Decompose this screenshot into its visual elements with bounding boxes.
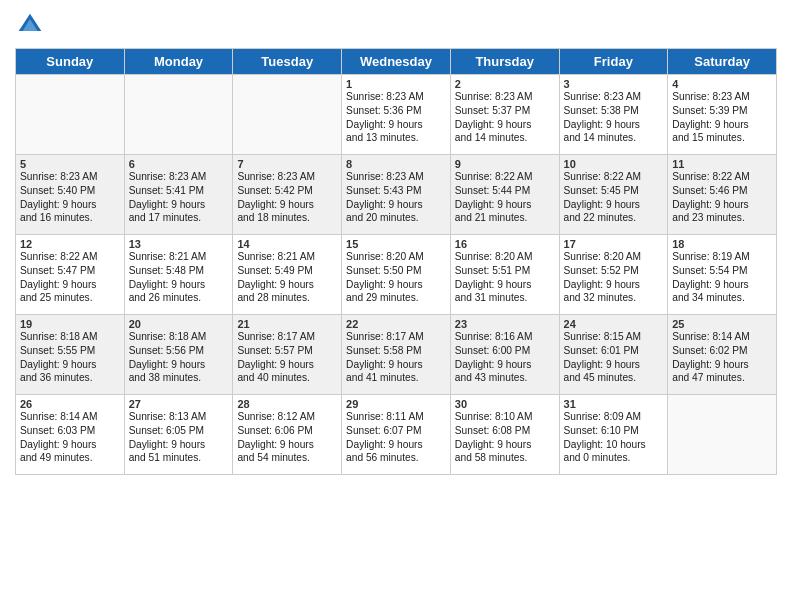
day-info: Sunrise: 8:18 AM Sunset: 5:56 PM Dayligh… — [129, 330, 229, 385]
day-info: Sunrise: 8:14 AM Sunset: 6:03 PM Dayligh… — [20, 410, 120, 465]
calendar-day: 8Sunrise: 8:23 AM Sunset: 5:43 PM Daylig… — [342, 155, 451, 235]
day-number: 19 — [20, 318, 120, 330]
logo-icon — [15, 10, 45, 40]
day-info: Sunrise: 8:20 AM Sunset: 5:51 PM Dayligh… — [455, 250, 555, 305]
day-number: 23 — [455, 318, 555, 330]
day-number: 2 — [455, 78, 555, 90]
calendar-day: 18Sunrise: 8:19 AM Sunset: 5:54 PM Dayli… — [668, 235, 777, 315]
day-info: Sunrise: 8:09 AM Sunset: 6:10 PM Dayligh… — [564, 410, 664, 465]
calendar-day: 2Sunrise: 8:23 AM Sunset: 5:37 PM Daylig… — [450, 75, 559, 155]
day-number: 10 — [564, 158, 664, 170]
calendar-day: 1Sunrise: 8:23 AM Sunset: 5:36 PM Daylig… — [342, 75, 451, 155]
calendar-day: 25Sunrise: 8:14 AM Sunset: 6:02 PM Dayli… — [668, 315, 777, 395]
calendar-day: 20Sunrise: 8:18 AM Sunset: 5:56 PM Dayli… — [124, 315, 233, 395]
day-number: 9 — [455, 158, 555, 170]
calendar-week-row: 26Sunrise: 8:14 AM Sunset: 6:03 PM Dayli… — [16, 395, 777, 475]
calendar-day: 29Sunrise: 8:11 AM Sunset: 6:07 PM Dayli… — [342, 395, 451, 475]
day-info: Sunrise: 8:13 AM Sunset: 6:05 PM Dayligh… — [129, 410, 229, 465]
page-header — [15, 10, 777, 40]
calendar-day: 11Sunrise: 8:22 AM Sunset: 5:46 PM Dayli… — [668, 155, 777, 235]
day-number: 29 — [346, 398, 446, 410]
day-info: Sunrise: 8:15 AM Sunset: 6:01 PM Dayligh… — [564, 330, 664, 385]
day-number: 18 — [672, 238, 772, 250]
calendar-empty — [233, 75, 342, 155]
calendar-day: 12Sunrise: 8:22 AM Sunset: 5:47 PM Dayli… — [16, 235, 125, 315]
day-number: 16 — [455, 238, 555, 250]
day-info: Sunrise: 8:10 AM Sunset: 6:08 PM Dayligh… — [455, 410, 555, 465]
calendar-day: 21Sunrise: 8:17 AM Sunset: 5:57 PM Dayli… — [233, 315, 342, 395]
calendar-empty — [668, 395, 777, 475]
calendar-week-row: 5Sunrise: 8:23 AM Sunset: 5:40 PM Daylig… — [16, 155, 777, 235]
day-number: 1 — [346, 78, 446, 90]
day-info: Sunrise: 8:23 AM Sunset: 5:38 PM Dayligh… — [564, 90, 664, 145]
weekday-header: Friday — [559, 49, 668, 75]
calendar-day: 19Sunrise: 8:18 AM Sunset: 5:55 PM Dayli… — [16, 315, 125, 395]
day-number: 31 — [564, 398, 664, 410]
calendar-day: 10Sunrise: 8:22 AM Sunset: 5:45 PM Dayli… — [559, 155, 668, 235]
day-info: Sunrise: 8:22 AM Sunset: 5:45 PM Dayligh… — [564, 170, 664, 225]
calendar-day: 3Sunrise: 8:23 AM Sunset: 5:38 PM Daylig… — [559, 75, 668, 155]
calendar-day: 22Sunrise: 8:17 AM Sunset: 5:58 PM Dayli… — [342, 315, 451, 395]
day-info: Sunrise: 8:23 AM Sunset: 5:41 PM Dayligh… — [129, 170, 229, 225]
calendar-table: SundayMondayTuesdayWednesdayThursdayFrid… — [15, 48, 777, 475]
weekday-header: Tuesday — [233, 49, 342, 75]
day-info: Sunrise: 8:20 AM Sunset: 5:50 PM Dayligh… — [346, 250, 446, 305]
page-container: SundayMondayTuesdayWednesdayThursdayFrid… — [0, 0, 792, 485]
calendar-day: 31Sunrise: 8:09 AM Sunset: 6:10 PM Dayli… — [559, 395, 668, 475]
day-number: 7 — [237, 158, 337, 170]
calendar-day: 14Sunrise: 8:21 AM Sunset: 5:49 PM Dayli… — [233, 235, 342, 315]
day-number: 17 — [564, 238, 664, 250]
day-info: Sunrise: 8:22 AM Sunset: 5:46 PM Dayligh… — [672, 170, 772, 225]
day-number: 25 — [672, 318, 772, 330]
day-info: Sunrise: 8:23 AM Sunset: 5:39 PM Dayligh… — [672, 90, 772, 145]
day-info: Sunrise: 8:12 AM Sunset: 6:06 PM Dayligh… — [237, 410, 337, 465]
day-info: Sunrise: 8:23 AM Sunset: 5:37 PM Dayligh… — [455, 90, 555, 145]
day-number: 12 — [20, 238, 120, 250]
day-number: 5 — [20, 158, 120, 170]
day-info: Sunrise: 8:22 AM Sunset: 5:47 PM Dayligh… — [20, 250, 120, 305]
calendar-day: 15Sunrise: 8:20 AM Sunset: 5:50 PM Dayli… — [342, 235, 451, 315]
calendar-day: 24Sunrise: 8:15 AM Sunset: 6:01 PM Dayli… — [559, 315, 668, 395]
day-number: 6 — [129, 158, 229, 170]
weekday-header: Saturday — [668, 49, 777, 75]
day-number: 22 — [346, 318, 446, 330]
day-info: Sunrise: 8:17 AM Sunset: 5:57 PM Dayligh… — [237, 330, 337, 385]
day-info: Sunrise: 8:19 AM Sunset: 5:54 PM Dayligh… — [672, 250, 772, 305]
day-info: Sunrise: 8:18 AM Sunset: 5:55 PM Dayligh… — [20, 330, 120, 385]
calendar-day: 23Sunrise: 8:16 AM Sunset: 6:00 PM Dayli… — [450, 315, 559, 395]
day-number: 28 — [237, 398, 337, 410]
day-info: Sunrise: 8:11 AM Sunset: 6:07 PM Dayligh… — [346, 410, 446, 465]
day-number: 11 — [672, 158, 772, 170]
day-info: Sunrise: 8:17 AM Sunset: 5:58 PM Dayligh… — [346, 330, 446, 385]
day-number: 15 — [346, 238, 446, 250]
calendar-week-row: 19Sunrise: 8:18 AM Sunset: 5:55 PM Dayli… — [16, 315, 777, 395]
calendar-week-row: 1Sunrise: 8:23 AM Sunset: 5:36 PM Daylig… — [16, 75, 777, 155]
calendar-day: 17Sunrise: 8:20 AM Sunset: 5:52 PM Dayli… — [559, 235, 668, 315]
calendar-day: 7Sunrise: 8:23 AM Sunset: 5:42 PM Daylig… — [233, 155, 342, 235]
day-number: 3 — [564, 78, 664, 90]
weekday-header: Monday — [124, 49, 233, 75]
day-number: 30 — [455, 398, 555, 410]
weekday-header: Sunday — [16, 49, 125, 75]
calendar-day: 5Sunrise: 8:23 AM Sunset: 5:40 PM Daylig… — [16, 155, 125, 235]
calendar-day: 9Sunrise: 8:22 AM Sunset: 5:44 PM Daylig… — [450, 155, 559, 235]
calendar-empty — [16, 75, 125, 155]
calendar-day: 4Sunrise: 8:23 AM Sunset: 5:39 PM Daylig… — [668, 75, 777, 155]
calendar-day: 30Sunrise: 8:10 AM Sunset: 6:08 PM Dayli… — [450, 395, 559, 475]
calendar-day: 28Sunrise: 8:12 AM Sunset: 6:06 PM Dayli… — [233, 395, 342, 475]
day-number: 13 — [129, 238, 229, 250]
calendar-week-row: 12Sunrise: 8:22 AM Sunset: 5:47 PM Dayli… — [16, 235, 777, 315]
day-info: Sunrise: 8:16 AM Sunset: 6:00 PM Dayligh… — [455, 330, 555, 385]
weekday-header: Thursday — [450, 49, 559, 75]
calendar-empty — [124, 75, 233, 155]
calendar-day: 26Sunrise: 8:14 AM Sunset: 6:03 PM Dayli… — [16, 395, 125, 475]
weekday-header: Wednesday — [342, 49, 451, 75]
day-number: 24 — [564, 318, 664, 330]
calendar-day: 27Sunrise: 8:13 AM Sunset: 6:05 PM Dayli… — [124, 395, 233, 475]
day-info: Sunrise: 8:14 AM Sunset: 6:02 PM Dayligh… — [672, 330, 772, 385]
logo — [15, 10, 49, 40]
day-info: Sunrise: 8:22 AM Sunset: 5:44 PM Dayligh… — [455, 170, 555, 225]
day-info: Sunrise: 8:23 AM Sunset: 5:36 PM Dayligh… — [346, 90, 446, 145]
calendar-header-row: SundayMondayTuesdayWednesdayThursdayFrid… — [16, 49, 777, 75]
day-number: 8 — [346, 158, 446, 170]
